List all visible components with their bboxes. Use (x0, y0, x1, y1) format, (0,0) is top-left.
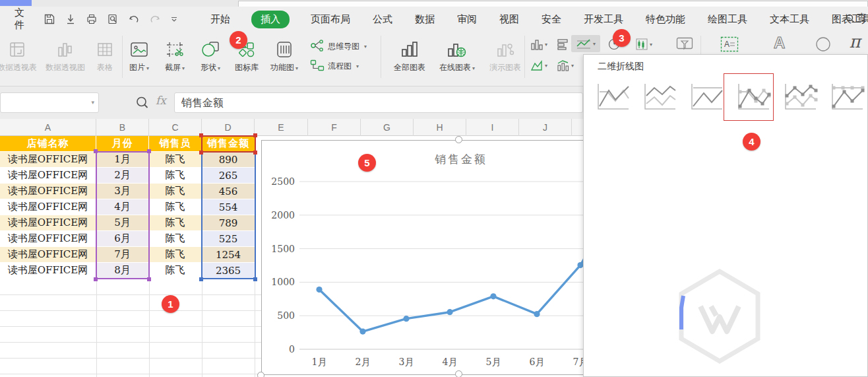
formula-input[interactable]: 销售金额 (174, 92, 583, 113)
selection-handle[interactable] (147, 149, 151, 153)
column-header-J[interactable]: J (519, 119, 572, 136)
zoom-magnifier-icon[interactable] (135, 96, 150, 113)
screenshot-button[interactable]: 截屏▾ (157, 36, 193, 73)
cell[interactable]: 陈飞 (149, 152, 202, 168)
online-charts-button[interactable]: 在线图表▾ (433, 36, 481, 73)
cell[interactable]: 456 (202, 184, 255, 199)
cell[interactable]: 265 (202, 168, 255, 184)
marked-percent-stacked-line-chart-thumb[interactable] (827, 81, 865, 116)
ribbon-tab-8[interactable]: 安全 (540, 11, 563, 28)
chart-resize-handle[interactable] (455, 370, 462, 377)
cell[interactable]: 读书屋OFFICE网 (0, 184, 96, 199)
column-header-C[interactable]: C (149, 119, 202, 136)
cell[interactable]: 7月 (96, 247, 149, 263)
selection-handle[interactable] (199, 277, 203, 281)
ribbon-tab-11[interactable]: 绘图工具 (706, 11, 749, 28)
text-box-button[interactable]: A (716, 36, 743, 53)
selection-handle[interactable] (199, 151, 203, 154)
column-header-B[interactable]: B (96, 119, 149, 136)
ribbon-tab-10[interactable]: 特色功能 (644, 11, 687, 28)
selection-handle[interactable] (147, 277, 151, 281)
column-header-E[interactable]: E (255, 119, 308, 136)
shape-ellipse-button[interactable] (811, 36, 835, 53)
insert-line-chart-button[interactable]: ▾ (571, 35, 600, 52)
cell[interactable]: 5月 (96, 215, 149, 231)
function-chart-button[interactable]: 功能图▾ (265, 36, 303, 73)
picture-button[interactable]: 图片▾ (124, 36, 154, 73)
print-preview-icon[interactable] (106, 13, 119, 26)
marked-stacked-line-chart-thumb[interactable] (780, 81, 819, 116)
flowchart-button[interactable]: 流程图▾ (310, 59, 359, 73)
chart-resize-handle[interactable] (257, 372, 264, 377)
cell[interactable]: 陈飞 (149, 184, 202, 199)
cell[interactable]: 销售员 (149, 136, 202, 152)
selection-handle[interactable] (253, 133, 257, 137)
cell[interactable]: 2365 (202, 263, 255, 279)
mindmap-button[interactable]: 思维导图▾ (310, 40, 367, 53)
cell[interactable]: 525 (202, 231, 255, 247)
shapes-button[interactable]: 形状▾ (194, 36, 227, 73)
column-header-D[interactable]: D (202, 119, 255, 136)
cell[interactable]: 1254 (202, 247, 255, 263)
cell[interactable]: 1月 (96, 152, 149, 168)
redo-icon[interactable] (148, 13, 162, 26)
cell[interactable]: 陈飞 (149, 247, 202, 263)
document-tab[interactable] (238, 1, 868, 7)
stacked-line-chart-thumb[interactable] (640, 81, 678, 116)
cell[interactable]: 月份 (96, 136, 149, 152)
cell[interactable]: 读书屋OFFICE网 (0, 152, 96, 168)
column-header-I[interactable]: I (466, 119, 519, 136)
line-chart-thumb[interactable] (593, 81, 631, 116)
ribbon-tab-6[interactable]: 审阅 (456, 11, 478, 28)
ribbon-tab-2[interactable]: 插入 (251, 11, 290, 28)
cell[interactable]: 陈飞 (149, 231, 202, 247)
selection-handle[interactable] (94, 149, 98, 153)
print-icon[interactable] (85, 13, 98, 26)
column-header-F[interactable]: F (308, 119, 361, 136)
file-menu-button[interactable]: 文件 (11, 4, 28, 34)
cell[interactable]: 读书屋OFFICE网 (0, 231, 96, 247)
ribbon-tab-12[interactable]: 文本工具 (768, 11, 811, 28)
cell[interactable]: 陈飞 (149, 199, 202, 215)
cell[interactable]: 读书屋OFFICE网 (0, 199, 96, 215)
slicer-button[interactable] (671, 36, 698, 53)
cell[interactable]: 4月 (96, 199, 149, 215)
cell[interactable]: 789 (202, 215, 255, 231)
selection-handle[interactable] (253, 151, 257, 154)
ribbon-tab-3[interactable]: 页面布局 (309, 11, 352, 28)
cell[interactable]: 店铺名称 (0, 136, 96, 152)
selection-handle[interactable] (94, 277, 98, 281)
column-header-A[interactable]: A (0, 119, 96, 136)
export-icon[interactable] (64, 13, 77, 26)
save-icon[interactable] (43, 13, 56, 26)
cell[interactable]: 3月 (96, 184, 149, 199)
cell[interactable]: 读书屋OFFICE网 (0, 263, 96, 279)
fx-icon[interactable]: fx (156, 94, 166, 107)
cell[interactable]: 2月 (96, 168, 149, 184)
wordart-button[interactable]: A (766, 34, 793, 51)
all-charts-button[interactable]: 全部图表 (388, 36, 431, 73)
toolbar-more-chevron-icon[interactable] (171, 15, 177, 23)
ribbon-tab-4[interactable]: 公式 (371, 11, 394, 28)
percent-stacked-line-chart-thumb[interactable] (687, 81, 725, 116)
insert-area-chart-button[interactable]: ▾ (527, 57, 551, 74)
name-box-caret-icon[interactable]: ▾ (91, 99, 94, 106)
cell[interactable]: 读书屋OFFICE网 (0, 215, 96, 231)
cell[interactable]: 销售金额 (202, 136, 255, 152)
selection-handle[interactable] (253, 277, 257, 281)
name-box[interactable]: ▾ (0, 92, 99, 113)
insert-combo-chart-button[interactable]: ▾ (553, 57, 577, 74)
cell[interactable]: 890 (202, 152, 255, 168)
chart-resize-handle[interactable] (455, 136, 462, 143)
selection-handle[interactable] (199, 133, 203, 137)
cell[interactable]: 554 (202, 199, 255, 215)
insert-stock-chart-button[interactable]: ▾ (632, 36, 656, 53)
undo-icon[interactable] (127, 13, 140, 26)
column-header-H[interactable]: H (414, 119, 466, 136)
column-header-G[interactable]: G (361, 119, 414, 136)
ribbon-tab-9[interactable]: 开发工具 (582, 11, 625, 28)
cell[interactable]: 读书屋OFFICE网 (0, 247, 96, 263)
cell[interactable]: 陈飞 (149, 263, 202, 279)
cell[interactable]: 陈飞 (149, 168, 202, 184)
equation-button[interactable]: π (842, 33, 868, 50)
